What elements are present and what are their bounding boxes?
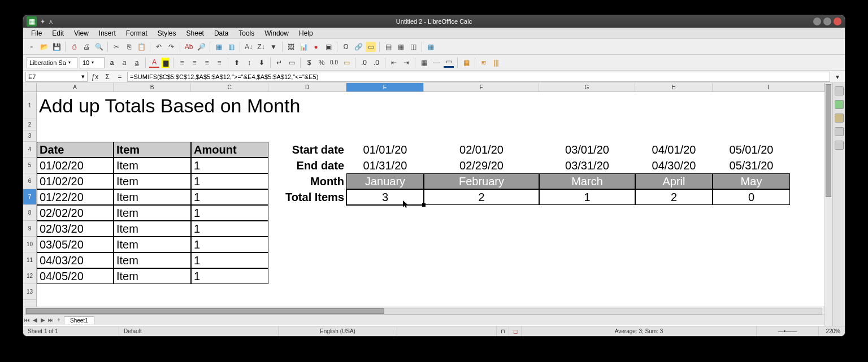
status-insert[interactable] [397,326,497,336]
col-F[interactable]: F [424,83,539,91]
cell-G4[interactable]: 03/01/20 [539,142,635,158]
cell-A8[interactable]: 02/02/20 [37,205,114,221]
preview-icon[interactable]: 🔍 [94,42,104,52]
cell-B11[interactable]: Item [114,252,191,268]
col-E[interactable]: E [346,83,424,91]
freeze-icon[interactable]: ▦ [396,42,406,52]
sidebar-navigator-icon[interactable] [835,127,844,136]
vscroll-thumb[interactable] [826,84,831,197]
row-12[interactable]: 12 [23,268,36,284]
cell-B7[interactable]: Item [114,189,191,205]
sidebar-functions-icon[interactable] [835,141,844,150]
zoom-slider[interactable]: —•—— [757,326,819,336]
cell-B10[interactable]: Item [114,237,191,252]
font-size-combo[interactable]: 10▾ [80,57,105,68]
pdf-icon[interactable]: ⎙ [69,42,79,52]
redo-icon[interactable]: ↷ [166,42,176,52]
borders-icon[interactable]: ▦ [419,58,429,68]
cell-E4[interactable]: 01/01/20 [346,142,424,158]
horizontal-scrollbar[interactable] [23,307,824,315]
sheet-tab-1[interactable]: Sheet1 [64,316,94,324]
col-G[interactable]: G [539,83,635,91]
cell-G7[interactable]: 1 [539,189,635,205]
spellcheck-icon[interactable]: Ab [184,42,194,52]
cell-I5[interactable]: 05/31/20 [713,158,790,173]
row-2[interactable]: 2 [23,119,36,130]
dec-add-icon[interactable]: .0 [359,58,369,68]
row-6[interactable]: 6 [23,173,36,189]
row-9[interactable]: 9 [23,221,36,237]
split-icon[interactable]: ◫ [408,42,418,52]
cell-E7-active[interactable]: 3 [346,189,424,205]
align-right-icon[interactable]: ≡ [202,58,212,68]
sidebar-styles-icon[interactable] [835,100,844,109]
omega-icon[interactable]: Ω [341,42,351,52]
cell-A12[interactable]: 04/05/20 [37,268,114,284]
tab-first-icon[interactable]: ⏮ [23,316,31,324]
valign-top-icon[interactable]: ⬆ [232,58,242,68]
th-item[interactable]: Item [114,142,191,158]
cell-G5[interactable]: 03/31/20 [539,158,635,173]
cell-C9[interactable]: 1 [191,221,268,237]
open-icon[interactable]: 📂 [39,42,49,52]
scroll-track[interactable] [25,308,822,315]
menu-format[interactable]: Format [121,28,152,38]
font-name-combo[interactable]: Liberation Sa▾ [27,57,77,68]
close-button[interactable] [834,18,841,25]
dec-rem-icon[interactable]: .0 [371,58,381,68]
col-I[interactable]: I [713,83,824,91]
menu-tools[interactable]: Tools [234,28,259,38]
highlight-icon[interactable]: ▆ [162,58,170,68]
chart-icon[interactable]: 📊 [298,42,309,52]
lbl-total[interactable]: Total Items [268,189,346,205]
tab-last-icon[interactable]: ⏭ [47,316,55,324]
tab-next-icon[interactable]: ▶ [39,316,47,324]
cell-C12[interactable]: 1 [191,268,268,284]
row-headers[interactable]: 1 2 3 4 5 6 7 8 9 10 11 12 13 [23,92,37,307]
minimize-button[interactable] [813,18,821,25]
th-amount[interactable]: Amount [191,142,268,158]
menu-view[interactable]: View [70,28,93,38]
cell-C8[interactable]: 1 [191,205,268,221]
formula-expand-icon[interactable]: ▾ [832,72,843,82]
print-icon[interactable]: 🖨 [81,42,92,52]
find-icon[interactable]: 🔎 [196,42,206,52]
wrap-icon[interactable]: ↵ [274,58,284,68]
titlebar[interactable]: ▦ ✦ ⋏ Untitled 2 - LibreOffice Calc [23,15,845,28]
sort-asc-icon[interactable]: A↓ [244,42,254,52]
col-icon[interactable]: ▥ [226,42,236,52]
cell-B9[interactable]: Item [114,221,191,237]
formula-input[interactable]: =SUMIFS($C$5:$C$12,$A$5:$A$12,">="&E4,$A… [127,72,830,82]
row-11[interactable]: 11 [23,252,36,268]
cell-B12[interactable]: Item [114,268,191,284]
comment-icon[interactable]: ▭ [366,42,376,52]
fontcolor-icon[interactable]: A [149,58,159,68]
paste-icon[interactable]: 📋 [136,42,146,52]
cell-A9[interactable]: 02/03/20 [37,221,114,237]
cell-F6[interactable]: February [424,173,539,189]
cell-H7[interactable]: 2 [635,189,713,205]
cell-I4[interactable]: 05/01/20 [713,142,790,158]
cell-H4[interactable]: 04/01/20 [635,142,713,158]
underline-icon[interactable]: a [132,58,142,68]
menu-data[interactable]: Data [210,28,233,38]
row-7[interactable]: 7 [23,189,36,205]
menu-window[interactable]: Window [260,28,293,38]
sheet-area[interactable]: A B C D E F G H I 1 2 3 4 5 6 7 [23,83,824,326]
scroll-thumb[interactable] [26,308,384,314]
cell-I7[interactable]: 0 [713,189,790,205]
row-1[interactable]: 1 [23,92,36,119]
menu-insert[interactable]: Insert [94,28,120,38]
cell-A7[interactable]: 01/22/20 [37,189,114,205]
fx-wizard-icon[interactable]: ƒx [90,72,100,82]
fill-handle[interactable] [422,203,426,207]
menu-styles[interactable]: Styles [153,28,181,38]
status-lang[interactable]: English (USA) [279,326,397,336]
row-13[interactable]: 13 [23,284,36,300]
menu-file[interactable]: File [27,28,46,38]
sidebar-props-icon[interactable] [835,86,844,95]
image-icon[interactable]: 🖼 [286,42,296,52]
sidebar-gallery-icon[interactable] [835,114,844,123]
title-cell[interactable]: Add up Totals Based on Month [37,92,302,119]
copy-icon[interactable]: ⎘ [124,42,134,52]
